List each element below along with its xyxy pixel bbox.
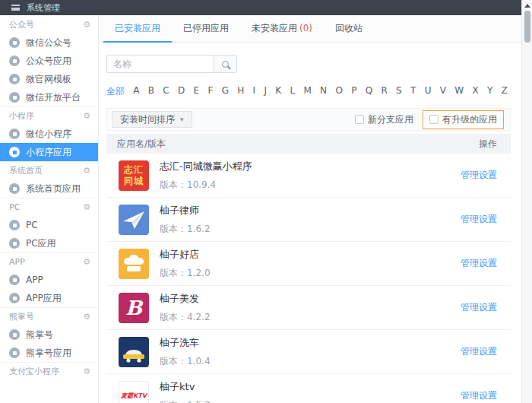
letter-filter-item[interactable]: R <box>381 85 387 96</box>
search-icon <box>222 61 229 68</box>
letter-filter-item[interactable]: S <box>396 85 402 96</box>
tab-label: 已安装应用 <box>115 22 160 35</box>
letter-filter-item[interactable]: D <box>178 85 185 96</box>
item-icon <box>9 37 20 48</box>
letter-filter-item[interactable]: K <box>275 85 281 96</box>
tab-label: 未安装应用 <box>252 22 297 35</box>
letter-filter-item[interactable]: M <box>303 85 311 96</box>
item-icon-dot <box>13 151 17 154</box>
item-icon-dot <box>13 297 17 300</box>
letter-filter-item[interactable]: Y <box>487 85 492 96</box>
letter-filter-item[interactable]: X <box>472 85 478 96</box>
section-label: PC <box>9 202 20 212</box>
app-logo: B <box>119 293 149 323</box>
sidebar-item[interactable]: PC应用 <box>0 234 98 252</box>
letter-filter-item[interactable]: O <box>335 85 342 96</box>
letter-filter-item[interactable]: 全部 <box>106 85 125 96</box>
app-meta: 柚子律师版本：1.6.2 <box>160 204 450 236</box>
gear-icon[interactable]: ⚙ <box>83 202 90 212</box>
content-area: 全部ABCDEFGHIJKLMNOPQRSTUVWXYZ 安装时间排序 ▾ 新分… <box>99 43 521 403</box>
letter-filter-item[interactable]: C <box>163 85 169 96</box>
tab-2[interactable]: 未安装应用(0) <box>240 15 324 43</box>
checkbox[interactable] <box>355 115 364 124</box>
letter-filter-item[interactable]: Q <box>366 85 372 96</box>
sidebar-item[interactable]: APP应用 <box>0 289 98 307</box>
tab-1[interactable]: 已停用应用 <box>172 15 240 43</box>
app-version: 版本：1.0.4 <box>160 355 450 368</box>
letter-filter-item[interactable]: J <box>264 85 267 96</box>
letter-filter-item[interactable]: V <box>440 85 446 96</box>
app-logo <box>119 205 149 235</box>
sidebar-item[interactable]: 微信开放平台 <box>0 88 98 106</box>
app-name: 柚子好店 <box>160 248 450 262</box>
sidebar-item-label: 微信公众号 <box>26 36 71 49</box>
letter-filter-item[interactable]: A <box>133 85 139 96</box>
letter-filter-item[interactable]: G <box>222 85 229 96</box>
sidebar-item[interactable]: 公众号应用 <box>0 52 98 70</box>
filter-item-0[interactable]: 新分支应用 <box>355 113 413 126</box>
manage-settings-link[interactable]: 管理设置 <box>461 257 497 270</box>
letter-filter-item[interactable]: L <box>290 85 295 96</box>
scrollbar-thumb[interactable] <box>524 11 530 43</box>
app-logo: 志汇同城 <box>119 160 149 191</box>
gear-icon[interactable]: ⚙ <box>83 166 90 176</box>
letter-filter-item[interactable]: F <box>207 85 213 96</box>
sidebar-item[interactable]: 系统首页应用 <box>0 179 98 198</box>
sidebar-item[interactable]: 微信公众号 <box>0 33 98 52</box>
gear-icon[interactable]: ⚙ <box>83 257 90 267</box>
sidebar-item[interactable]: 小程序应用 <box>0 143 98 161</box>
search-input[interactable] <box>107 56 214 72</box>
menu-icon[interactable] <box>11 5 20 11</box>
bread-icon <box>119 249 149 279</box>
letter-filter-item[interactable]: W <box>454 85 464 96</box>
table-row: 柚子好店版本：1.2.0管理设置 <box>106 242 511 286</box>
filter-label: 新分支应用 <box>368 113 413 126</box>
letter-filter-item[interactable]: T <box>410 85 416 96</box>
gear-icon[interactable]: ⚙ <box>83 367 90 376</box>
sidebar-item-label: 熊掌号 <box>26 328 53 341</box>
letter-filter-item[interactable]: H <box>237 85 244 96</box>
scroll-up-icon[interactable] <box>524 4 530 8</box>
app-logo-text: 志汇 <box>124 164 144 176</box>
letter-filter-item[interactable]: B <box>148 85 154 96</box>
sidebar-item-label: 公众号应用 <box>26 55 71 68</box>
app-meta: 柚子洗车版本：1.0.4 <box>160 336 450 368</box>
letter-filter-item[interactable]: N <box>320 85 327 96</box>
item-icon-dot <box>13 187 17 191</box>
app-version: 版本：1.6.2 <box>160 223 450 236</box>
column-name-header: 应用名/版本 <box>117 138 166 151</box>
gear-icon[interactable]: ⚙ <box>83 111 90 121</box>
main-content: 已安装应用已停用应用未安装应用(0)回收站 全部ABCDEFGHIJKLMNOP… <box>99 15 521 403</box>
gear-icon[interactable]: ⚙ <box>83 20 90 30</box>
item-icon-dot <box>13 242 17 246</box>
sidebar-item[interactable]: APP <box>0 271 98 289</box>
sidebar-section-header: APP⚙ <box>0 252 98 271</box>
manage-settings-link[interactable]: 管理设置 <box>461 301 497 314</box>
filter-item-1[interactable]: 有升级的应用 <box>423 110 504 129</box>
item-icon-dot <box>13 41 17 45</box>
app-version: 版本：1.2.0 <box>160 267 450 280</box>
sidebar-item[interactable]: 熊掌号应用 <box>0 344 98 362</box>
tab-3[interactable]: 回收站 <box>324 15 374 43</box>
manage-settings-link[interactable]: 管理设置 <box>461 345 497 358</box>
gear-icon[interactable]: ⚙ <box>83 312 90 322</box>
letter-filter-item[interactable]: U <box>425 85 432 96</box>
letter-filter-item[interactable]: P <box>351 85 356 96</box>
manage-settings-link[interactable]: 管理设置 <box>461 213 497 226</box>
search-button[interactable] <box>214 56 236 72</box>
sidebar-item[interactable]: PC <box>0 216 98 234</box>
filter-group: 新分支应用有升级的应用 <box>355 110 504 129</box>
letter-filter-item[interactable]: Z <box>502 85 508 96</box>
sidebar-item[interactable]: 微信小程序 <box>0 125 98 143</box>
letter-filter-item[interactable]: E <box>194 85 200 96</box>
sort-dropdown[interactable]: 安装时间排序 ▾ <box>112 111 192 128</box>
checkbox[interactable] <box>429 115 439 124</box>
scrollbar[interactable] <box>521 0 532 403</box>
letter-filter-item[interactable]: I <box>253 85 256 96</box>
item-icon <box>9 238 20 249</box>
sidebar-item[interactable]: 微官网模板 <box>0 70 98 88</box>
tab-0[interactable]: 已安装应用 <box>103 15 172 43</box>
sidebar-item[interactable]: 熊掌号 <box>0 325 98 344</box>
manage-settings-link[interactable]: 管理设置 <box>461 169 497 182</box>
manage-settings-link[interactable]: 管理设置 <box>461 389 497 402</box>
